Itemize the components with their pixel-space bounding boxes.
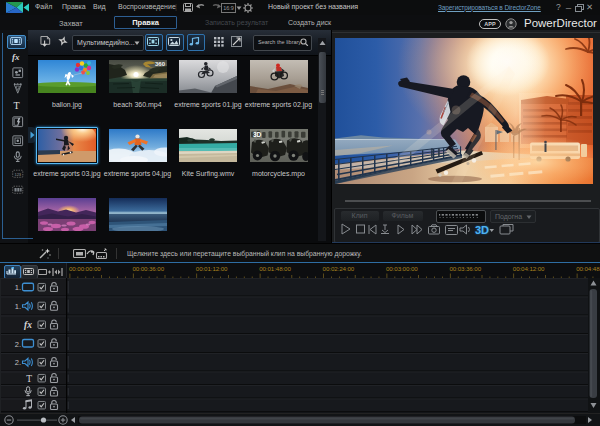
svg-text:00:03:00:00: 00:03:00:00 bbox=[386, 265, 418, 272]
svg-text:00:01:48:00: 00:01:48:00 bbox=[259, 265, 291, 272]
svg-text:fx: fx bbox=[24, 320, 32, 330]
svg-text:1.: 1. bbox=[15, 283, 21, 292]
svg-text:00:02:24:00: 00:02:24:00 bbox=[323, 265, 355, 272]
svg-text:00:00:36:00: 00:00:36:00 bbox=[132, 265, 164, 272]
svg-text:00:03:36:00: 00:03:36:00 bbox=[449, 265, 481, 272]
svg-text:123: 123 bbox=[14, 172, 21, 177]
svg-text:1.: 1. bbox=[15, 302, 21, 311]
svg-text:2.: 2. bbox=[15, 340, 21, 349]
svg-text:00:00:00:00: 00:00:00:00 bbox=[69, 265, 101, 272]
svg-text:3D: 3D bbox=[253, 131, 262, 138]
svg-text:2.: 2. bbox=[15, 358, 21, 367]
svg-text:00:04:12:00: 00:04:12:00 bbox=[513, 265, 545, 272]
svg-text:T: T bbox=[26, 374, 32, 384]
svg-text:360: 360 bbox=[154, 61, 165, 67]
svg-text:3D: 3D bbox=[475, 224, 489, 236]
svg-text:00:01:12:00: 00:01:12:00 bbox=[196, 265, 228, 272]
svg-text:00:04:48:00: 00:04:48:00 bbox=[576, 265, 600, 272]
